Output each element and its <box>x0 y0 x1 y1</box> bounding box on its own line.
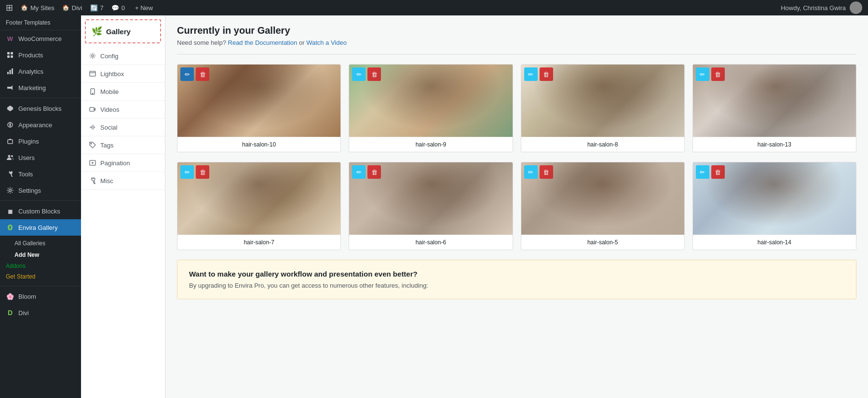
config-icon <box>89 52 96 60</box>
gallery-item-actions-4: ✏ 🗑 <box>180 165 209 179</box>
settings-tags[interactable]: Tags <box>81 136 165 154</box>
sidebar-item-divi[interactable]: D Divi <box>0 305 81 321</box>
edit-button-0[interactable]: ✏ <box>180 67 194 81</box>
sidebar-item-tools[interactable]: Tools <box>0 166 81 182</box>
gallery-item-actions-2: ✏ 🗑 <box>524 67 553 81</box>
sidebar-item-bloom[interactable]: 🌸 Bloom <box>0 288 81 305</box>
sidebar-item-products[interactable]: Products <box>0 47 81 63</box>
delete-button-5[interactable]: 🗑 <box>367 165 381 179</box>
gallery-item-2: ✏ 🗑 hair-salon-8 <box>521 64 685 152</box>
gallery-image-2: ✏ 🗑 <box>521 65 684 137</box>
gallery-item-0: ✏ 🗑 hair-salon-10 <box>177 64 341 152</box>
sidebar-item-plugins[interactable]: Plugins <box>0 133 81 149</box>
svg-rect-9 <box>8 140 13 144</box>
settings-mobile[interactable]: Mobile <box>81 83 165 101</box>
sidebar-item-users[interactable]: Users <box>0 149 81 166</box>
misc-icon <box>89 177 96 185</box>
sidebar-item-settings[interactable]: Settings <box>0 182 81 199</box>
marketing-icon <box>6 83 14 92</box>
edit-button-2[interactable]: ✏ <box>524 67 538 81</box>
updates-link[interactable]: 🔄 7 <box>90 4 104 12</box>
settings-social[interactable]: Social <box>81 119 165 136</box>
delete-button-4[interactable]: 🗑 <box>196 165 209 179</box>
gallery-item-actions-6: ✏ 🗑 <box>524 165 553 179</box>
all-galleries-link[interactable]: All Galleries <box>0 238 81 249</box>
gallery-grid-row1: ✏ 🗑 hair-salon-10 ✏ 🗑 <box>177 64 856 152</box>
main-layout: Footer Templates W WooCommerce Products … <box>0 15 868 398</box>
pagination-icon <box>89 159 96 167</box>
edit-button-6[interactable]: ✏ <box>524 165 538 179</box>
comment-icon: 💬 <box>111 4 119 12</box>
gallery-item-3: ✏ 🗑 hair-salon-13 <box>692 64 856 152</box>
gallery-image-3: ✏ 🗑 <box>693 65 856 137</box>
gallery-image-5: ✏ 🗑 <box>349 162 512 235</box>
svg-rect-4 <box>7 72 9 74</box>
tools-icon <box>6 170 14 178</box>
settings-videos[interactable]: Videos <box>81 101 165 119</box>
sidebar-item-marketing[interactable]: Marketing <box>0 80 81 96</box>
svg-marker-7 <box>7 106 13 111</box>
svg-rect-17 <box>90 107 94 111</box>
gallery-item-actions-7: ✏ 🗑 <box>696 165 725 179</box>
woocommerce-icon: W <box>6 34 14 43</box>
video-link[interactable]: Watch a Video <box>306 39 347 46</box>
new-link[interactable]: + New <box>133 4 153 12</box>
sidebar-item-genesis-blocks[interactable]: Genesis Blocks <box>0 100 81 117</box>
greeting-text: Howdy, Christina Gwira <box>781 4 846 12</box>
sidebar-item-woocommerce[interactable]: W WooCommerce <box>0 30 81 47</box>
plugins-icon <box>6 137 14 146</box>
delete-button-7[interactable]: 🗑 <box>711 165 725 179</box>
upgrade-banner-text: By upgrading to Envira Pro, you can get … <box>189 282 844 289</box>
edit-button-1[interactable]: ✏ <box>352 67 366 81</box>
gallery-item-name-7: hair-salon-14 <box>693 235 856 250</box>
home-icon: 🏠 <box>21 4 28 11</box>
gallery-item-name-5: hair-salon-6 <box>349 235 512 250</box>
addons-link[interactable]: Addons <box>0 261 81 271</box>
delete-button-1[interactable]: 🗑 <box>367 67 381 81</box>
sidebar-item-appearance[interactable]: Appearance <box>0 117 81 133</box>
sidebar-header: Footer Templates <box>0 15 81 30</box>
delete-button-6[interactable]: 🗑 <box>540 165 553 179</box>
gallery-image-1: ✏ 🗑 <box>349 65 512 137</box>
envira-leaf-icon: 🌿 <box>92 26 102 37</box>
edit-button-3[interactable]: ✏ <box>696 67 709 81</box>
edit-button-4[interactable]: ✏ <box>180 165 194 179</box>
comments-link[interactable]: 💬 0 <box>111 4 125 12</box>
avatar[interactable] <box>850 1 862 14</box>
delete-button-0[interactable]: 🗑 <box>196 67 209 81</box>
gallery-panel: 🌿 Gallery Config Lightbox <box>81 15 868 398</box>
gallery-image-7: ✏ 🗑 <box>693 162 856 235</box>
sidebar-item-analytics[interactable]: Analytics <box>0 63 81 80</box>
add-new-link[interactable]: Add New <box>0 249 81 261</box>
videos-icon <box>89 106 96 113</box>
gallery-help: Need some help? Read the Documentation o… <box>177 39 856 46</box>
edit-button-5[interactable]: ✏ <box>352 165 366 179</box>
gallery-item-1: ✏ 🗑 hair-salon-9 <box>349 64 513 152</box>
envira-icon <box>6 223 14 232</box>
bloom-icon: 🌸 <box>6 292 14 301</box>
settings-sidebar: 🌿 Gallery Config Lightbox <box>81 15 165 398</box>
edit-button-7[interactable]: ✏ <box>696 165 709 179</box>
social-icon <box>89 123 96 131</box>
settings-pagination[interactable]: Pagination <box>81 154 165 172</box>
settings-config[interactable]: Config <box>81 47 165 65</box>
gallery-item-4: ✏ 🗑 hair-salon-7 <box>177 162 341 250</box>
svg-rect-5 <box>10 70 11 74</box>
settings-lightbox[interactable]: Lightbox <box>81 65 165 83</box>
sidebar-item-custom-blocks[interactable]: ◼ Custom Blocks <box>0 203 81 219</box>
delete-button-2[interactable]: 🗑 <box>540 67 553 81</box>
users-icon <box>6 153 14 162</box>
svg-rect-2 <box>7 55 10 58</box>
my-sites-link[interactable]: 🏠 My Sites <box>21 4 54 12</box>
gallery-item-name-2: hair-salon-8 <box>521 137 684 152</box>
get-started-link[interactable]: Get Started <box>0 271 81 282</box>
svg-point-11 <box>11 155 13 157</box>
sidebar-item-envira-gallery[interactable]: Envira Gallery <box>0 219 81 236</box>
gallery-item-6: ✏ 🗑 hair-salon-5 <box>521 162 685 250</box>
doc-link[interactable]: Read the Documentation <box>228 39 298 46</box>
wp-logo-icon[interactable]: ⊞ <box>6 2 13 13</box>
delete-button-3[interactable]: 🗑 <box>711 67 725 81</box>
divi-site-link[interactable]: 🏠 Divi <box>62 4 82 12</box>
settings-misc[interactable]: Misc <box>81 172 165 190</box>
svg-rect-6 <box>12 68 13 74</box>
